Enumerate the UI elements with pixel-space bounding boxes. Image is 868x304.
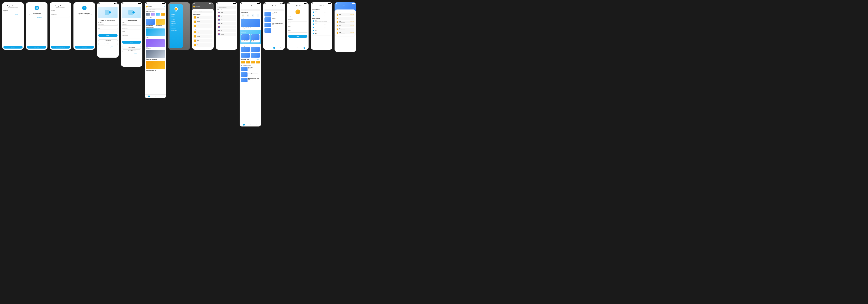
eye-icon[interactable]: 👁	[69, 16, 70, 17]
back-button[interactable]: ←	[288, 5, 289, 6]
list-item[interactable]: Safari Desert	[193, 24, 213, 28]
save-button[interactable]: SAVE	[288, 35, 307, 38]
notif-item[interactable]: DubaiBased on your recent visit you can …	[312, 11, 331, 14]
exp-card[interactable]: LondonSinging Concert	[146, 39, 165, 49]
fav-item[interactable]: London Hop-On Hop Off Bus TourLondon	[265, 23, 284, 27]
nav-favorites[interactable]: ♡	[273, 47, 275, 49]
list-item[interactable]: Dubai	[217, 18, 236, 21]
category-tours[interactable]: 🏰	[247, 14, 249, 17]
category-transport[interactable]: 🚌	[252, 14, 254, 17]
nav-home[interactable]: ⌂	[243, 124, 245, 126]
drawer-logout[interactable]: ⎋Log Out	[170, 35, 182, 37]
dest-item[interactable]: Paris	[151, 13, 155, 16]
notif-item[interactable]: DubaiBased on your recent visit you can …	[312, 32, 331, 35]
paper-plane-icon[interactable]: ✈	[212, 6, 213, 7]
search-input[interactable]: 🔍Search your destination...	[217, 6, 236, 8]
exp-list-item[interactable]: Harry Potter Warner Bros. Studio Tourfro…	[241, 78, 260, 82]
list-item[interactable]: Oxford	[217, 26, 236, 29]
list-item[interactable]: Paris	[217, 15, 236, 18]
nav-profile[interactable]: ☰	[280, 47, 282, 49]
search-input[interactable]: 🔍Search your destination...	[265, 9, 284, 11]
name-input[interactable]	[288, 17, 307, 18]
fav-item[interactable]: Sky DivingDubai	[265, 18, 284, 22]
list-item[interactable]: Muscat	[193, 43, 213, 47]
signup-button[interactable]: SIGN UP	[122, 41, 141, 43]
interest-card[interactable]: History Geeks	[241, 47, 250, 53]
back-button[interactable]: ←	[336, 5, 337, 6]
interest-card[interactable]: Families	[251, 53, 260, 58]
avatar[interactable]	[295, 9, 301, 15]
nav-profile[interactable]: ☰	[304, 47, 305, 49]
forgot-link[interactable]: Forget Password ?	[113, 31, 118, 32]
back-button[interactable]: ←	[241, 5, 242, 6]
email-input[interactable]: emily@gmail.com✉	[98, 24, 118, 26]
exp-card[interactable]: London Hop-On Hop Off Bus Tour	[241, 19, 260, 29]
fav-item[interactable]: London Theatre Ticketsfrom €12.99	[265, 28, 284, 33]
back-button[interactable]: ←	[265, 5, 266, 6]
name-input[interactable]: Emily Johnson	[122, 24, 141, 26]
drawer-item-settings[interactable]: ☰Settings	[170, 20, 182, 23]
email-input[interactable]: emily@gmail.com	[3, 11, 23, 13]
attr-card[interactable]: London Theatre Ticketsfrom €12.99	[241, 34, 250, 42]
login-button[interactable]: LOGIN	[98, 34, 118, 37]
interest-card[interactable]: Couples	[251, 47, 260, 53]
search-input[interactable]: 🔍Search your destination...	[193, 11, 213, 13]
view-more-link[interactable]: View More →	[256, 59, 260, 60]
list-item[interactable]: London	[217, 11, 236, 14]
paper-plane-icon[interactable]: ✈	[164, 6, 165, 7]
back-button[interactable]: ←	[312, 5, 313, 6]
list-item[interactable]: London	[193, 15, 213, 19]
email-input[interactable]	[288, 20, 307, 22]
dest-item[interactable]: Rome	[161, 13, 165, 16]
nav-home[interactable]: ⌂	[267, 47, 269, 49]
interest-card[interactable]: Solo Travelers	[241, 53, 250, 58]
gender-select[interactable]: ▾	[288, 27, 307, 29]
list-item[interactable]: Westminster	[217, 33, 236, 36]
list-item[interactable]: Sharjah	[193, 30, 213, 34]
nav-home[interactable]: ⌂	[290, 47, 292, 49]
eye-icon[interactable]: 👁	[117, 28, 118, 29]
exp-list-item[interactable]: The Lion Kingfrom €32	[241, 67, 260, 71]
submit-button[interactable]: SUBMIT	[3, 46, 23, 48]
fav-item[interactable]: Tower Bridge LondonLondon	[265, 12, 284, 16]
exp-card[interactable]: DubaiSky Diving	[146, 29, 165, 38]
resend-link[interactable]: Resubmit Now	[37, 17, 41, 18]
reset-button[interactable]: RESET PASSWORD	[51, 46, 70, 48]
eye-icon[interactable]: 👁	[69, 11, 70, 12]
login-link[interactable]: Login Now	[134, 53, 137, 54]
drawer-item-contact[interactable]: ☰Contact us	[170, 25, 182, 27]
trending-item[interactable]: York	[251, 61, 255, 64]
list-item[interactable]: Sky Diving	[193, 20, 213, 24]
facebook-signup-button[interactable]: fSign Up With Facebook	[122, 49, 141, 52]
trending-item[interactable]: Oxford	[241, 61, 245, 64]
search-input[interactable]: 🔍Search your destination...	[241, 9, 260, 11]
confirm-pw-input[interactable]: ••••••••👁	[51, 15, 70, 18]
rec-card[interactable]: Safari Desert Dubai	[156, 19, 165, 26]
google-signup-button[interactable]: GSign Up With Google	[122, 46, 141, 49]
trending-item[interactable]: Dover	[256, 61, 260, 64]
nav-favorites[interactable]: ♡	[250, 124, 251, 126]
avatar[interactable]	[146, 6, 148, 7]
nav-home[interactable]: ⌂	[148, 96, 150, 97]
eye-icon[interactable]: 👁	[141, 33, 141, 33]
list-item[interactable]: Madina	[193, 39, 213, 42]
drawer-item-terms[interactable]: ☰Terms of Use	[170, 27, 182, 29]
nav-profile[interactable]: ☰	[256, 124, 258, 126]
search-input[interactable]: 🔍Search your destination...	[146, 8, 165, 10]
nav-profile[interactable]: ☰	[161, 96, 163, 97]
exp-card[interactable]: ThailandSOI Kitchen Beer and Dine Tour	[146, 61, 165, 71]
list-item[interactable]: York	[217, 29, 236, 32]
confirm-input[interactable]: ••••••••👁	[122, 36, 141, 38]
password-input[interactable]: ••••••••👁	[122, 32, 141, 34]
drawer-item-privacy[interactable]: ☰Privacy Policy	[170, 29, 182, 32]
notif-item[interactable]: DubaiBased on your recent visit you can …	[312, 23, 331, 26]
nav-favorites[interactable]: ♡	[297, 47, 299, 49]
exp-card[interactable]: MiamiIsland Tour with Cruise and Lunch	[146, 50, 165, 60]
dest-item[interactable]: London	[146, 13, 150, 16]
continue-button[interactable]: CONTINUE	[27, 46, 46, 48]
drawer-item-language[interactable]: ☰Language	[170, 18, 182, 20]
address-input[interactable]	[288, 31, 307, 33]
attr-card[interactable]: Harry Potter London Tourfrom €12.99	[251, 34, 260, 42]
eye-icon[interactable]: 👁	[141, 37, 141, 38]
nav-favorites[interactable]: ♡	[155, 96, 156, 97]
